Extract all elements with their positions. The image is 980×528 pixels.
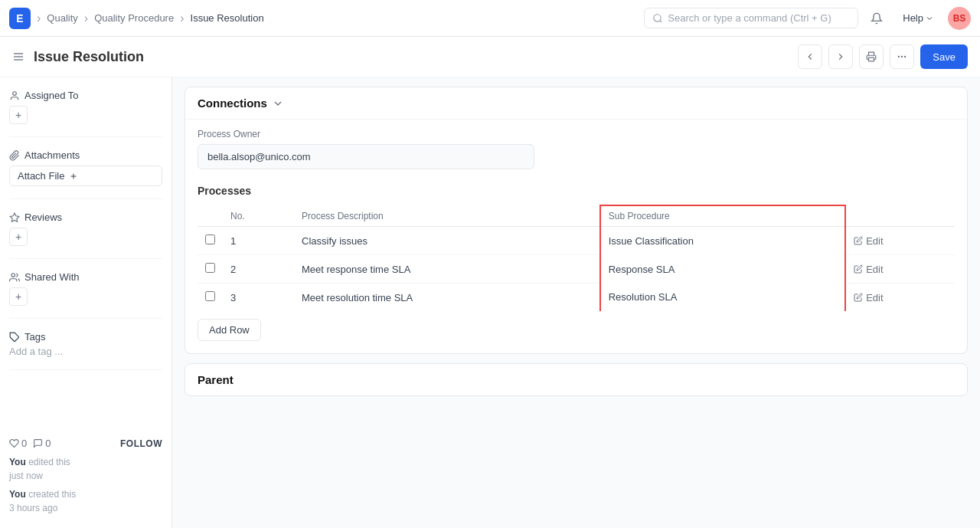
page-title: Issue Resolution (34, 49, 792, 65)
svg-point-7 (902, 56, 903, 57)
shared-with-label: Shared With (9, 271, 162, 283)
row-description: Meet resolution time SLA (294, 284, 600, 312)
parent-header[interactable]: Parent (185, 364, 967, 395)
divider-3 (9, 258, 162, 259)
row-edit[interactable]: Edit (845, 255, 955, 284)
shared-with-section: Shared With + (9, 271, 162, 306)
divider-5 (9, 369, 162, 370)
app-logo[interactable]: E (9, 8, 31, 29)
breadcrumb-quality-procedure[interactable]: Quality Procedure (94, 12, 174, 24)
add-assigned-to-button[interactable]: + (9, 106, 28, 124)
row-checkbox[interactable] (198, 227, 223, 255)
add-row-button[interactable]: Add Row (198, 319, 261, 341)
svg-point-8 (905, 56, 906, 57)
avatar[interactable]: BS (948, 7, 971, 30)
attach-file-button[interactable]: Attach File (9, 166, 162, 186)
row-checkbox[interactable] (198, 255, 223, 284)
breadcrumb-quality[interactable]: Quality (47, 12, 77, 24)
table-row: 3 Meet resolution time SLA Resolution SL… (198, 284, 955, 312)
main-content: Connections Process Owner Processes (172, 77, 980, 528)
processes-label: Processes (198, 185, 955, 197)
row-edit[interactable]: Edit (845, 227, 955, 255)
row-sub-procedure: Issue Classification (600, 227, 845, 255)
connections-header[interactable]: Connections (185, 87, 967, 119)
activity-item-1: You created this 3 hours ago (9, 487, 162, 515)
chevron-right-icon (835, 51, 846, 62)
col-no: No. (223, 205, 294, 227)
more-options-button[interactable] (890, 44, 914, 69)
menu-icon[interactable] (12, 51, 24, 63)
col-sub-procedure: Sub Procedure (600, 205, 845, 227)
parent-card: Parent (185, 363, 968, 396)
breadcrumb-sep-3: › (180, 11, 184, 25)
col-actions (845, 205, 955, 227)
svg-point-6 (899, 56, 900, 57)
divider-2 (9, 198, 162, 199)
help-label: Help (903, 12, 923, 24)
connections-card: Connections Process Owner Processes (185, 87, 968, 354)
col-checkbox (198, 205, 223, 227)
search-placeholder: Search or type a command (Ctrl + G) (668, 12, 831, 24)
row-description: Meet response time SLA (294, 255, 600, 284)
page-header: Issue Resolution Save (0, 37, 980, 77)
plus-icon (69, 172, 78, 181)
heart-icon (9, 438, 19, 448)
connections-body: Process Owner Processes No. Process Desc… (185, 119, 967, 353)
parent-title: Parent (198, 373, 234, 386)
search-bar[interactable]: Search or type a command (Ctrl + G) (644, 8, 858, 28)
attachments-label: Attachments (9, 149, 162, 161)
svg-rect-5 (869, 57, 874, 61)
col-description: Process Description (294, 205, 600, 227)
prev-button[interactable] (798, 44, 822, 69)
add-tag-input[interactable]: Add a tag ... (9, 346, 162, 357)
tags-section: Tags Add a tag ... (9, 331, 162, 357)
reviews-section: Reviews + (9, 212, 162, 246)
process-owner-input[interactable] (198, 144, 534, 169)
assigned-to-label: Assigned To (9, 90, 162, 101)
body-layout: Assigned To + Attachments Attach File Re… (0, 77, 980, 528)
edit-link[interactable]: Edit (854, 235, 947, 247)
breadcrumb-sep-1: › (37, 11, 41, 25)
assigned-to-section: Assigned To + (9, 90, 162, 124)
printer-icon (866, 51, 877, 62)
chevron-down-icon (925, 14, 934, 23)
table-row: 2 Meet response time SLA Response SLA Ed… (198, 255, 955, 284)
edit-link[interactable]: Edit (854, 264, 947, 275)
sidebar-footer: 0 0 FOLLOW You edited this just now You … (9, 438, 162, 520)
chevron-down-icon (272, 97, 284, 110)
table-row: 1 Classify issues Issue Classification E… (198, 227, 955, 255)
row-sub-procedure: Response SLA (600, 255, 845, 284)
breadcrumb-sep-2: › (84, 11, 88, 25)
notifications-button[interactable] (864, 6, 889, 31)
next-button[interactable] (828, 44, 853, 69)
divider-1 (9, 136, 162, 137)
pencil-icon (854, 293, 863, 302)
likes[interactable]: 0 (9, 438, 27, 449)
tags-label: Tags (9, 331, 162, 343)
comment-icon (33, 438, 43, 448)
comments[interactable]: 0 (33, 438, 51, 449)
row-checkbox[interactable] (198, 284, 223, 312)
svg-point-13 (11, 273, 15, 277)
add-shared-with-button[interactable]: + (9, 287, 28, 306)
processes-table: No. Process Description Sub Procedure 1 … (198, 205, 955, 311)
reviews-label: Reviews (9, 212, 162, 223)
edit-link[interactable]: Edit (854, 292, 947, 303)
chevron-left-icon (805, 51, 815, 62)
svg-marker-12 (10, 213, 19, 221)
activity-item-0: You edited this just now (9, 455, 162, 483)
svg-point-0 (654, 14, 661, 21)
help-button[interactable]: Help (895, 8, 942, 28)
connections-title: Connections (198, 97, 267, 110)
row-edit[interactable]: Edit (845, 284, 955, 312)
like-row: 0 0 FOLLOW (9, 438, 162, 455)
people-icon (9, 272, 20, 283)
print-button[interactable] (859, 44, 884, 69)
paperclip-icon (9, 150, 20, 161)
pencil-icon (854, 236, 863, 245)
save-button[interactable]: Save (920, 44, 968, 69)
bell-icon (871, 12, 883, 25)
follow-button[interactable]: FOLLOW (120, 438, 162, 449)
sidebar: Assigned To + Attachments Attach File Re… (0, 77, 172, 528)
add-review-button[interactable]: + (9, 228, 28, 246)
